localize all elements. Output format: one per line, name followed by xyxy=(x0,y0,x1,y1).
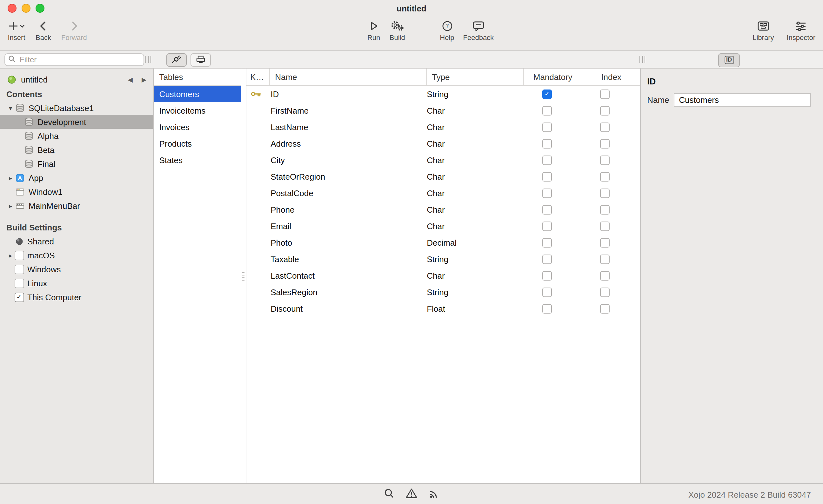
navigator-tree-item[interactable]: Window1 xyxy=(0,185,153,199)
build-target-checkbox[interactable] xyxy=(14,250,24,260)
field-row[interactable]: LastName Char xyxy=(246,119,640,135)
mandatory-checkbox[interactable] xyxy=(542,89,552,99)
disclosure-triangle-icon[interactable]: ▸ xyxy=(6,202,15,209)
mandatory-checkbox[interactable] xyxy=(542,304,552,313)
build-target-control[interactable] xyxy=(15,278,23,288)
field-row[interactable]: ID String xyxy=(246,86,640,102)
index-checkbox[interactable] xyxy=(600,221,610,231)
mandatory-checkbox[interactable] xyxy=(542,139,552,148)
column-header-index[interactable]: Index xyxy=(582,68,640,85)
inspector-id-segment[interactable]: ID xyxy=(718,53,740,67)
help-button[interactable]: ? Help xyxy=(440,19,454,41)
index-checkbox[interactable] xyxy=(600,172,610,181)
table-list-item[interactable]: Products xyxy=(153,135,241,152)
index-checkbox[interactable] xyxy=(600,139,610,148)
index-checkbox[interactable] xyxy=(600,122,610,132)
build-target-item[interactable]: This Computer xyxy=(0,290,153,304)
nav-back-arrow[interactable]: ◀ xyxy=(128,76,133,83)
column-header-type[interactable]: Type xyxy=(427,68,524,85)
index-checkbox[interactable] xyxy=(600,254,610,264)
build-target-item[interactable]: Windows xyxy=(0,262,153,276)
navigator-tree-item[interactable]: ▸ App xyxy=(0,171,153,185)
mandatory-checkbox[interactable] xyxy=(542,106,552,115)
insert-button[interactable]: Insert xyxy=(8,19,25,41)
field-row[interactable]: Email Char xyxy=(246,218,640,234)
inspector-button[interactable]: Inspector xyxy=(787,19,816,41)
disclosure-triangle-icon[interactable]: ▸ xyxy=(6,252,15,259)
back-button[interactable]: Back xyxy=(35,19,51,41)
splitter-grip[interactable] xyxy=(242,272,245,281)
field-row[interactable]: FirstName Char xyxy=(246,102,640,119)
run-button[interactable]: Run xyxy=(367,19,380,41)
field-row[interactable]: Phone Char xyxy=(246,201,640,218)
build-target-checkbox[interactable] xyxy=(14,264,24,274)
index-checkbox[interactable] xyxy=(600,238,610,247)
forward-button[interactable]: Forward xyxy=(61,19,87,41)
navigator-tree-item[interactable]: Development xyxy=(0,115,153,129)
feed-button[interactable] xyxy=(428,488,439,501)
inspector-resize-handle[interactable] xyxy=(640,56,646,63)
mandatory-checkbox[interactable] xyxy=(542,188,552,198)
build-target-control[interactable] xyxy=(15,264,23,274)
field-row[interactable]: City Char xyxy=(246,152,640,168)
index-checkbox[interactable] xyxy=(600,271,610,280)
filter-input[interactable] xyxy=(18,55,140,65)
mandatory-checkbox[interactable] xyxy=(542,287,552,297)
column-header-mandatory[interactable]: Mandatory xyxy=(524,68,582,85)
mandatory-checkbox[interactable] xyxy=(542,155,552,165)
index-checkbox[interactable] xyxy=(600,106,610,115)
index-checkbox[interactable] xyxy=(600,155,610,165)
build-target-item[interactable]: ▸ macOS xyxy=(0,248,153,262)
field-row[interactable]: Photo Decimal xyxy=(246,234,640,251)
build-target-checkbox[interactable] xyxy=(14,292,24,302)
column-header-name[interactable]: Name xyxy=(270,68,427,85)
tables-fields-splitter[interactable] xyxy=(241,68,246,483)
build-target-checkbox[interactable] xyxy=(14,278,24,288)
table-list-item[interactable]: InvoiceItems xyxy=(153,102,241,119)
field-row[interactable]: Taxable String xyxy=(246,251,640,267)
warning-button[interactable] xyxy=(405,488,418,501)
build-target-item[interactable]: Linux xyxy=(0,276,153,290)
navigator-tree-item[interactable]: Final xyxy=(0,157,153,171)
table-name-input[interactable] xyxy=(674,93,811,106)
mandatory-checkbox[interactable] xyxy=(542,205,552,214)
table-list-item[interactable]: Customers xyxy=(153,86,241,102)
build-target-control[interactable] xyxy=(15,250,23,260)
project-row[interactable]: untitled ◀ ▶ xyxy=(0,72,153,87)
field-row[interactable]: SalesRegion String xyxy=(246,284,640,300)
index-checkbox[interactable] xyxy=(600,188,610,198)
field-row[interactable]: Discount Float xyxy=(246,300,640,317)
build-target-control[interactable] xyxy=(15,292,23,302)
field-row[interactable]: Address Char xyxy=(246,135,640,152)
filter-field[interactable] xyxy=(4,53,144,66)
library-button[interactable]: Library xyxy=(753,19,774,41)
navigator-tree-item[interactable]: ▾ SQLiteDatabase1 xyxy=(0,101,153,115)
mandatory-checkbox[interactable] xyxy=(542,221,552,231)
field-row[interactable]: PostalCode Char xyxy=(246,185,640,201)
index-checkbox[interactable] xyxy=(600,287,610,297)
nav-forward-arrow[interactable]: ▶ xyxy=(142,76,146,83)
navigator-resize-handle[interactable] xyxy=(145,56,152,63)
feedback-button[interactable]: Feedback xyxy=(463,19,494,41)
navigator-tree-item[interactable]: Alpha xyxy=(0,129,153,143)
build-button[interactable]: Build xyxy=(389,19,405,41)
mandatory-checkbox[interactable] xyxy=(542,238,552,247)
data-mode-button[interactable] xyxy=(190,53,211,67)
index-checkbox[interactable] xyxy=(600,304,610,313)
disclosure-triangle-icon[interactable]: ▾ xyxy=(6,104,15,111)
index-checkbox[interactable] xyxy=(600,205,610,214)
mandatory-checkbox[interactable] xyxy=(542,172,552,181)
disclosure-triangle-icon[interactable]: ▸ xyxy=(6,174,15,181)
table-list-item[interactable]: States xyxy=(153,152,241,168)
search-results-button[interactable] xyxy=(384,488,395,501)
field-row[interactable]: LastContact Char xyxy=(246,267,640,284)
field-row[interactable]: StateOrRegion Char xyxy=(246,168,640,185)
mandatory-checkbox[interactable] xyxy=(542,254,552,264)
table-list-item[interactable]: Invoices xyxy=(153,119,241,135)
mandatory-checkbox[interactable] xyxy=(542,122,552,132)
navigator-tree-item[interactable]: ▸ MainMenuBar xyxy=(0,199,153,213)
build-target-item[interactable]: Shared xyxy=(0,234,153,248)
navigator-tree-item[interactable]: Beta xyxy=(0,143,153,157)
mandatory-checkbox[interactable] xyxy=(542,271,552,280)
schema-mode-button[interactable] xyxy=(166,53,187,67)
